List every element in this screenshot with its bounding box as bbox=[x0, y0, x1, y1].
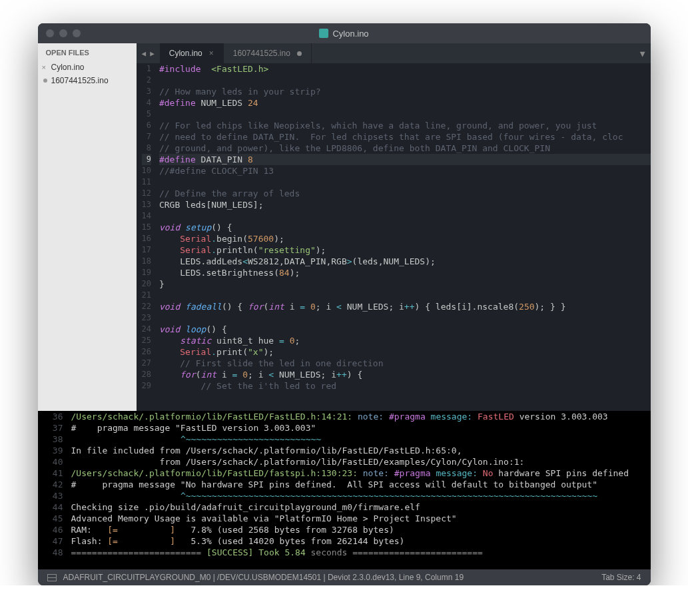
tab-cylon[interactable]: Cylon.ino × bbox=[160, 43, 224, 63]
tab-next-icon[interactable]: ▶ bbox=[150, 49, 155, 58]
line-number: 25 bbox=[142, 335, 151, 346]
close-icon[interactable]: × bbox=[209, 49, 214, 58]
console-line: 41/Users/schack/.platformio/lib/FastLED/… bbox=[38, 467, 651, 479]
line-number: 21 bbox=[142, 290, 151, 301]
tab-label: 1607441525.ino bbox=[233, 49, 290, 58]
code-line[interactable]: Serial.println("resetting"); bbox=[159, 244, 651, 256]
code-line[interactable]: for(int i = 0; i < NUM_LEDS; i++) { bbox=[159, 369, 651, 380]
editor-window: Cylon.ino OPEN FILES × Cylon.ino 1607441… bbox=[38, 23, 651, 585]
code-line[interactable]: Serial.begin(57600); bbox=[159, 233, 651, 244]
code-line[interactable] bbox=[159, 290, 651, 301]
code-line[interactable] bbox=[159, 75, 651, 86]
line-number: 6 bbox=[142, 120, 151, 131]
code-line[interactable]: void loop() { bbox=[159, 324, 651, 335]
dirty-indicator-icon bbox=[43, 79, 47, 83]
console-line: 45Advanced Memory Usage is available via… bbox=[38, 513, 651, 524]
code-line[interactable]: void fadeall() { for(int i = 0; i < NUM_… bbox=[159, 301, 651, 312]
console-line: 38 ^~~~~~~~~~~~~~~~~~~~~~~~~~~ bbox=[38, 434, 651, 445]
window-title-text: Cylon.ino bbox=[332, 29, 368, 39]
sidebar-header: OPEN FILES bbox=[38, 43, 137, 61]
close-icon[interactable]: × bbox=[42, 63, 46, 71]
line-number: 27 bbox=[142, 358, 151, 369]
line-number: 12 bbox=[142, 188, 151, 199]
code-editor[interactable]: 1234567891011121314151617181920212223242… bbox=[137, 63, 651, 411]
code-line[interactable] bbox=[159, 176, 651, 188]
code-line[interactable]: // ground, and power), like the LPD8806,… bbox=[159, 143, 651, 154]
console-line: 48========================= [SUCCESS] To… bbox=[38, 547, 651, 558]
build-console[interactable]: 36/Users/schack/.platformio/lib/FastLED/… bbox=[38, 411, 651, 569]
code-line[interactable]: } bbox=[159, 278, 651, 290]
tab-label: Cylon.ino bbox=[169, 49, 202, 58]
console-line: 44Checking size .pio/build/adafruit_circ… bbox=[38, 501, 651, 513]
code-line[interactable]: // need to define DATA_PIN. For led chip… bbox=[159, 131, 651, 143]
console-line-number: 37 bbox=[38, 422, 71, 434]
sidebar-item-cylon[interactable]: × Cylon.ino bbox=[38, 61, 137, 74]
console-line-number: 48 bbox=[38, 547, 71, 558]
line-number: 13 bbox=[142, 199, 151, 210]
line-number: 1 bbox=[142, 63, 151, 75]
code-line[interactable]: LEDS.addLeds<WS2812,DATA_PIN,RGB>(leds,N… bbox=[159, 256, 651, 267]
code-line[interactable]: void setup() { bbox=[159, 222, 651, 233]
console-line: 42# pragma message "No hardware SPI pins… bbox=[38, 479, 651, 490]
code-line[interactable] bbox=[159, 109, 651, 120]
console-line-number: 45 bbox=[38, 513, 71, 524]
console-line-number: 39 bbox=[38, 445, 71, 456]
console-line: 40 from /Users/schack/.platformio/lib/Fa… bbox=[38, 456, 651, 467]
code-line[interactable]: static uint8_t hue = 0; bbox=[159, 335, 651, 346]
line-number: 10 bbox=[142, 165, 151, 176]
code-line[interactable]: #define NUM_LEDS 24 bbox=[159, 97, 651, 109]
sidebar: OPEN FILES × Cylon.ino 1607441525.ino bbox=[38, 43, 137, 411]
console-line: 43 ^~~~~~~~~~~~~~~~~~~~~~~~~~~~~~~~~~~~~… bbox=[38, 490, 651, 501]
code-line[interactable]: LEDS.setBrightness(84); bbox=[159, 267, 651, 278]
line-number: 17 bbox=[142, 244, 151, 256]
tab-1607441525[interactable]: 1607441525.ino bbox=[224, 43, 312, 63]
line-number: 9 bbox=[142, 154, 151, 165]
sidebar-item-label: Cylon.ino bbox=[51, 63, 85, 72]
code-line[interactable]: // Define the array of leds bbox=[159, 188, 651, 199]
line-number: 22 bbox=[142, 301, 151, 312]
code-line[interactable] bbox=[159, 210, 651, 222]
line-number: 4 bbox=[142, 97, 151, 109]
console-line-number: 40 bbox=[38, 456, 71, 467]
line-number: 29 bbox=[142, 380, 151, 392]
dirty-indicator-icon bbox=[297, 51, 302, 56]
console-line-number: 43 bbox=[38, 490, 71, 501]
console-line-number: 41 bbox=[38, 467, 71, 479]
code-line[interactable]: // For led chips like Neopixels, which h… bbox=[159, 120, 651, 131]
line-number: 24 bbox=[142, 324, 151, 335]
panel-toggle-icon[interactable] bbox=[47, 574, 57, 581]
status-left: ADAFRUIT_CIRCUITPLAYGROUND_M0 | /DEV/CU.… bbox=[63, 573, 464, 582]
console-line-number: 44 bbox=[38, 501, 71, 513]
code-line[interactable]: Serial.print("x"); bbox=[159, 346, 651, 358]
code-line[interactable]: #include <FastLED.h> bbox=[159, 63, 651, 75]
tab-prev-icon[interactable]: ◀ bbox=[142, 49, 147, 58]
tab-overflow-icon[interactable]: ▼ bbox=[640, 49, 645, 59]
statusbar: ADAFRUIT_CIRCUITPLAYGROUND_M0 | /DEV/CU.… bbox=[38, 569, 651, 585]
console-line: 46RAM: [= ] 7.8% (used 2568 bytes from 3… bbox=[38, 524, 651, 535]
code-line[interactable]: // How many leds in your strip? bbox=[159, 86, 651, 97]
code-line[interactable]: #define DATA_PIN 8 bbox=[159, 154, 651, 165]
line-number: 2 bbox=[142, 75, 151, 86]
line-number: 8 bbox=[142, 143, 151, 154]
line-number: 23 bbox=[142, 312, 151, 324]
tabbar: ◀ ▶ Cylon.ino × 1607441525.ino ▼ bbox=[137, 43, 651, 63]
tab-nav: ◀ ▶ bbox=[137, 43, 160, 63]
console-line-number: 42 bbox=[38, 479, 71, 490]
code-area[interactable]: #include <FastLED.h> // How many leds in… bbox=[159, 63, 651, 411]
code-line[interactable]: CRGB leds[NUM_LEDS]; bbox=[159, 199, 651, 210]
status-right[interactable]: Tab Size: 4 bbox=[601, 573, 641, 582]
code-line[interactable]: //#define CLOCK_PIN 13 bbox=[159, 165, 651, 176]
line-number: 20 bbox=[142, 278, 151, 290]
line-number: 5 bbox=[142, 109, 151, 120]
line-number: 3 bbox=[142, 86, 151, 97]
console-line-number: 36 bbox=[38, 411, 71, 422]
sidebar-item-1607441525[interactable]: 1607441525.ino bbox=[38, 74, 137, 87]
code-line[interactable] bbox=[159, 312, 651, 324]
line-number: 11 bbox=[142, 176, 151, 188]
code-line[interactable]: // First slide the led in one direction bbox=[159, 358, 651, 369]
line-number: 18 bbox=[142, 256, 151, 267]
console-line-number: 47 bbox=[38, 535, 71, 547]
console-line: 47Flash: [= ] 5.3% (used 14020 bytes fro… bbox=[38, 535, 651, 547]
console-line: 39In file included from /Users/schack/.p… bbox=[38, 445, 651, 456]
code-line[interactable]: // Set the i'th led to red bbox=[159, 380, 651, 392]
